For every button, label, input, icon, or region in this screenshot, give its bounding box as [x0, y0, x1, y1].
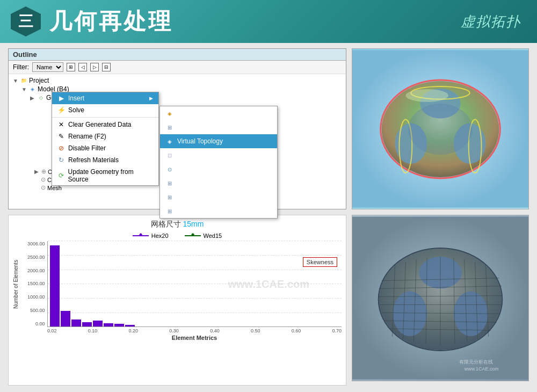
mesh-icon: ⊙ [41, 184, 46, 191]
submenu-mesh-numbering[interactable]: ⊞ Mesh Numbering [160, 190, 277, 204]
insert-icon: ▶ [57, 95, 65, 102]
outline-panel: Outline Filter: Name ⊞ ◁ ▷ ⊟ ▼ 📁 Project… [8, 48, 346, 209]
svg-point-9 [405, 89, 448, 102]
bar-8 [125, 325, 135, 326]
bar-3 [71, 320, 81, 326]
project-label: Project [29, 77, 49, 84]
solve-icon: ⚡ [57, 106, 65, 114]
menu-rename[interactable]: ✎ Rename (F2) [52, 130, 158, 142]
header-title: 几何再处理 [49, 6, 173, 37]
model-image [352, 48, 529, 209]
svg-text:有限元分析在线: 有限元分析在线 [459, 359, 493, 365]
connections-icon: ⊙ [41, 176, 46, 183]
tree-project[interactable]: ▼ 📁 Project [13, 76, 342, 85]
model-icon: ◈ [28, 85, 36, 93]
submenu: ◈ Named Selection ⊞ Construction Geometr… [159, 106, 278, 219]
svg-point-14 [393, 292, 427, 336]
named-selection-label: Named Selection [177, 110, 226, 117]
virtual-topology-icon: ◈ [165, 137, 174, 146]
menu-refresh[interactable]: ↻ Refresh Materials [52, 154, 158, 166]
hexagon-text: 三 [18, 11, 33, 32]
submenu-symmetry[interactable]: ⊡ Symmetry [160, 148, 277, 162]
construction-geometry-label: Construction Geometry [177, 124, 243, 131]
submenu-named-selection[interactable]: ◈ Named Selection [160, 106, 277, 120]
filter-select[interactable]: Name [32, 62, 63, 72]
filter-label: Filter: [13, 63, 29, 71]
legend-hex20-label: Hex20 [151, 233, 169, 239]
menu-divider-1 [52, 117, 158, 118]
bar-1 [50, 245, 60, 326]
solution-comb-icon: ⊞ [165, 207, 174, 215]
chart-area: 网格尺寸 15mm Hex20 Wed15 Number of Elements [8, 215, 346, 386]
solve-label: Solve [68, 106, 84, 114]
mesh-image: 有限元分析在线 www.1CAE.com [352, 215, 529, 381]
project-icon: 📁 [20, 77, 27, 84]
submenu-solution-combination[interactable]: ⊞ Solution Combination [160, 204, 277, 218]
symmetry-label: Symmetry [177, 151, 206, 159]
left-panel: Outline Filter: Name ⊞ ◁ ▷ ⊟ ▼ 📁 Project… [8, 48, 346, 386]
fracture-label: Fracture [177, 179, 201, 187]
rename-icon: ✎ [57, 133, 65, 140]
submenu-fracture[interactable]: ⊞ Fracture [160, 176, 277, 190]
legend-hex20-line [133, 235, 149, 236]
disable-icon: ⊘ [57, 144, 65, 152]
update-label: Update Geometry from Source [68, 168, 153, 183]
bar-4 [82, 322, 92, 326]
named-sel-icon: ◈ [165, 109, 174, 118]
remote-point-icon: ⊙ [165, 165, 174, 173]
mesh-num-icon: ⊞ [165, 193, 174, 201]
chart-title-black: 网格尺寸 [151, 220, 181, 228]
legend-hex20: Hex20 [133, 233, 169, 239]
submenu-remote-point[interactable]: ⊙ Remote Point [160, 162, 277, 176]
menu-insert[interactable]: ▶ Insert ▶ ◈ Named Selection ⊞ Construct… [52, 92, 158, 104]
bar-5 [93, 321, 103, 326]
header-subtitle: 虚拟拓扑 [461, 12, 521, 31]
fracture-icon: ⊞ [165, 179, 174, 187]
menu-clear[interactable]: ✕ Clear Generated Data [52, 119, 158, 130]
submenu-construction-geometry[interactable]: ⊞ Construction Geometry [160, 120, 277, 134]
chart-plot: 3006.00 2500.00 2000.00 1500.00 1000.00 … [47, 241, 342, 327]
virtual-topology-label: Virtual Topology [177, 137, 223, 145]
chart-legend: Hex20 Wed15 [13, 233, 342, 239]
svg-text:www.1CAE.com: www.1CAE.com [464, 366, 499, 372]
filter-icon-4[interactable]: ⊟ [102, 63, 111, 71]
legend-wed15-line [185, 235, 201, 236]
remote-point-label: Remote Point [177, 165, 216, 173]
refresh-label: Refresh Materials [68, 156, 119, 164]
menu-solve[interactable]: ⚡ Solve [52, 104, 158, 116]
header-hexagon: 三 [11, 6, 41, 37]
geo-icon: ◇ [37, 94, 45, 101]
bar-2 [61, 311, 70, 326]
header: 三 几何再处理 虚拟拓扑 [0, 0, 537, 43]
solution-combination-label: Solution Combination [177, 207, 238, 215]
menu-disable[interactable]: ⊘ Disable Filter [52, 142, 158, 154]
clear-icon: ✕ [57, 121, 65, 128]
chart-container: Number of Elements 3006.00 2500.00 2000.… [13, 241, 342, 327]
filter-icon-1[interactable]: ⊞ [67, 63, 75, 71]
y-ticks: 3006.00 2500.00 2000.00 1500.00 1000.00 … [27, 241, 45, 326]
model-svg [352, 49, 528, 209]
symmetry-icon: ⊡ [165, 151, 174, 159]
outline-header: Outline [9, 49, 346, 61]
clear-label: Clear Generated Data [68, 121, 131, 128]
content-area: Outline Filter: Name ⊞ ◁ ▷ ⊟ ▼ 📁 Project… [0, 43, 537, 391]
model-expand-icon: ▼ [21, 86, 27, 92]
outline-filter-bar: Filter: Name ⊞ ◁ ▷ ⊟ [9, 61, 346, 74]
filter-icon-2[interactable]: ◁ [78, 63, 87, 71]
expand-icon: ▼ [13, 78, 18, 84]
x-axis-label: Element Metrics [47, 335, 342, 341]
mesh-svg: 有限元分析在线 www.1CAE.com [352, 215, 528, 381]
refresh-icon: ↻ [57, 156, 65, 164]
legend-wed15: Wed15 [185, 233, 222, 239]
submenu-virtual-topology[interactable]: ◈ Virtual Topology [160, 134, 277, 148]
mesh-numbering-label: Mesh Numbering [177, 193, 226, 201]
disable-label: Disable Filter [68, 144, 106, 152]
filter-icon-3[interactable]: ▷ [90, 63, 99, 71]
geo-expand-icon: ▶ [30, 95, 35, 101]
chart-title: 网格尺寸 15mm [13, 220, 342, 229]
legend-wed15-label: Wed15 [204, 233, 222, 239]
x-axis-ticks: 0.02 0.10 0.20 0.30 0.40 0.50 0.60 0.70 [47, 327, 342, 333]
menu-update[interactable]: ⟳ Update Geometry from Source [52, 166, 158, 185]
context-menu: ▶ Insert ▶ ◈ Named Selection ⊞ Construct… [52, 92, 159, 186]
cae-watermark: www.1CAE.com [228, 278, 309, 290]
